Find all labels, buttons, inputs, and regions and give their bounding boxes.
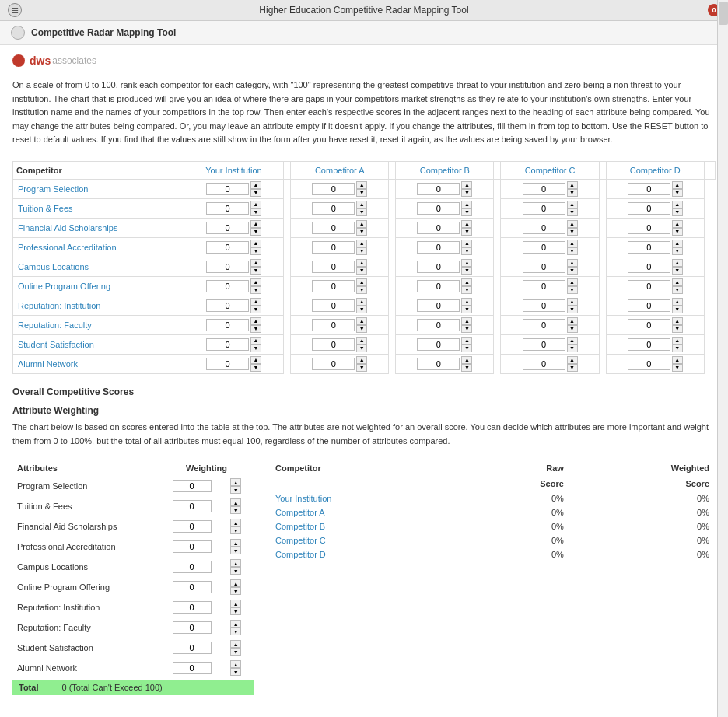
spin-down-7-4[interactable]: ▼	[672, 325, 683, 333]
weighting-spin-up-4[interactable]: ▲	[230, 559, 241, 567]
spin-down-3-0[interactable]: ▼	[250, 247, 261, 255]
weighting-spin-up-7[interactable]: ▲	[230, 620, 241, 628]
num-input-0-3[interactable]	[523, 183, 565, 195]
spin-up-8-3[interactable]: ▲	[567, 337, 578, 345]
spin-down-8-2[interactable]: ▼	[461, 345, 472, 352]
spin-down-4-2[interactable]: ▼	[461, 267, 472, 275]
spin-up-5-0[interactable]: ▲	[250, 278, 261, 286]
num-input-8-4[interactable]	[628, 338, 670, 351]
num-input-1-3[interactable]	[523, 202, 565, 215]
num-input-8-1[interactable]	[312, 338, 355, 351]
spin-up-3-1[interactable]: ▲	[356, 240, 367, 247]
spin-down-4-4[interactable]: ▼	[672, 267, 683, 275]
weighting-input-0[interactable]	[173, 480, 212, 492]
num-input-1-1[interactable]	[312, 202, 355, 215]
spin-down-8-4[interactable]: ▼	[672, 345, 683, 352]
num-input-0-4[interactable]	[628, 183, 670, 195]
spin-down-0-3[interactable]: ▼	[567, 189, 578, 197]
weighting-spin-up-5[interactable]: ▲	[230, 579, 241, 587]
spin-down-7-1[interactable]: ▼	[356, 325, 367, 333]
spin-down-1-2[interactable]: ▼	[461, 208, 472, 216]
num-input-8-2[interactable]	[417, 338, 460, 351]
num-input-2-2[interactable]	[417, 222, 460, 234]
spin-down-5-1[interactable]: ▼	[356, 286, 367, 294]
num-input-3-2[interactable]	[417, 241, 460, 254]
spin-down-6-2[interactable]: ▼	[461, 306, 472, 313]
spin-down-8-1[interactable]: ▼	[356, 345, 367, 352]
spin-up-3-3[interactable]: ▲	[567, 240, 578, 247]
spin-up-7-0[interactable]: ▲	[250, 317, 261, 325]
spin-up-5-1[interactable]: ▲	[356, 278, 367, 286]
num-input-6-4[interactable]	[628, 299, 670, 312]
num-input-7-1[interactable]	[312, 319, 355, 331]
spin-down-9-4[interactable]: ▼	[672, 364, 683, 372]
spin-up-0-4[interactable]: ▲	[672, 181, 683, 189]
num-input-7-4[interactable]	[628, 319, 670, 331]
spin-up-5-3[interactable]: ▲	[567, 278, 578, 286]
num-input-4-3[interactable]	[523, 261, 565, 273]
weighting-input-7[interactable]	[173, 621, 212, 634]
spin-down-1-0[interactable]: ▼	[250, 208, 261, 216]
spin-up-1-3[interactable]: ▲	[567, 201, 578, 208]
spin-down-1-4[interactable]: ▼	[672, 208, 683, 216]
spin-down-0-4[interactable]: ▼	[672, 189, 683, 197]
spin-up-4-4[interactable]: ▲	[672, 259, 683, 267]
spin-down-4-1[interactable]: ▼	[356, 267, 367, 275]
scrollbar-thumb[interactable]	[719, 2, 728, 25]
weighting-spin-up-2[interactable]: ▲	[230, 519, 241, 526]
spin-up-4-0[interactable]: ▲	[250, 259, 261, 267]
spin-up-8-0[interactable]: ▲	[250, 337, 261, 345]
weighting-spin-up-1[interactable]: ▲	[230, 498, 241, 506]
num-input-8-0[interactable]	[206, 338, 249, 351]
spin-up-9-3[interactable]: ▲	[567, 356, 578, 364]
num-input-0-2[interactable]	[417, 183, 460, 195]
spin-up-6-2[interactable]: ▲	[461, 298, 472, 306]
spin-down-6-4[interactable]: ▼	[672, 306, 683, 313]
spin-up-1-1[interactable]: ▲	[356, 201, 367, 208]
spin-down-7-3[interactable]: ▼	[567, 325, 578, 333]
spin-down-2-3[interactable]: ▼	[567, 228, 578, 236]
num-input-5-0[interactable]	[206, 280, 249, 292]
num-input-6-3[interactable]	[523, 299, 565, 312]
spin-down-6-0[interactable]: ▼	[250, 306, 261, 313]
num-input-7-2[interactable]	[417, 319, 460, 331]
weighting-spin-down-0[interactable]: ▼	[230, 486, 241, 494]
minimize-button[interactable]: −	[11, 26, 25, 40]
num-input-9-0[interactable]	[206, 358, 249, 370]
spin-up-1-0[interactable]: ▲	[250, 201, 261, 208]
spin-up-2-0[interactable]: ▲	[250, 220, 261, 228]
num-input-5-4[interactable]	[628, 280, 670, 292]
num-input-9-4[interactable]	[628, 358, 670, 370]
spin-down-1-1[interactable]: ▼	[356, 208, 367, 216]
spin-up-1-4[interactable]: ▲	[672, 201, 683, 208]
num-input-6-0[interactable]	[206, 299, 249, 312]
spin-up-4-1[interactable]: ▲	[356, 259, 367, 267]
spin-up-5-2[interactable]: ▲	[461, 278, 472, 286]
num-input-9-2[interactable]	[417, 358, 460, 370]
spin-down-2-4[interactable]: ▼	[672, 228, 683, 236]
num-input-2-1[interactable]	[312, 222, 355, 234]
weighting-input-5[interactable]	[173, 581, 212, 593]
weighting-spin-down-8[interactable]: ▼	[230, 648, 241, 656]
weighting-spin-up-6[interactable]: ▲	[230, 600, 241, 607]
spin-up-2-4[interactable]: ▲	[672, 220, 683, 228]
spin-up-9-0[interactable]: ▲	[250, 356, 261, 364]
spin-up-2-1[interactable]: ▲	[356, 220, 367, 228]
spin-up-4-2[interactable]: ▲	[461, 259, 472, 267]
spin-up-7-3[interactable]: ▲	[567, 317, 578, 325]
weighting-spin-down-6[interactable]: ▼	[230, 607, 241, 615]
num-input-3-4[interactable]	[628, 241, 670, 254]
spin-down-6-1[interactable]: ▼	[356, 306, 367, 313]
spin-up-1-2[interactable]: ▲	[461, 201, 472, 208]
spin-down-4-3[interactable]: ▼	[567, 267, 578, 275]
weighting-input-1[interactable]	[173, 500, 212, 512]
num-input-5-2[interactable]	[417, 280, 460, 292]
spin-up-7-2[interactable]: ▲	[461, 317, 472, 325]
spin-down-6-3[interactable]: ▼	[567, 306, 578, 313]
num-input-4-4[interactable]	[628, 261, 670, 273]
spin-up-7-4[interactable]: ▲	[672, 317, 683, 325]
weighting-input-4[interactable]	[173, 561, 212, 573]
num-input-1-4[interactable]	[628, 202, 670, 215]
spin-down-7-0[interactable]: ▼	[250, 325, 261, 333]
spin-up-0-1[interactable]: ▲	[356, 181, 367, 189]
